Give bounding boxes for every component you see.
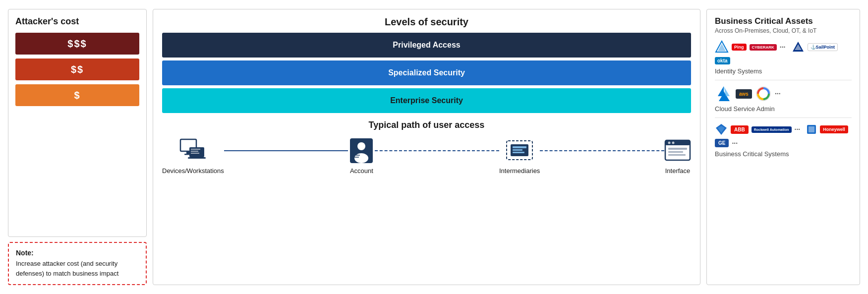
attacker-cost-box: Attacker's cost $$$ $$ $: [8, 9, 147, 237]
path-item-interface-label: Interface: [665, 167, 691, 175]
main-container: Attacker's cost $$$ $$ $ Note: Increase …: [0, 0, 868, 294]
svg-point-20: [668, 142, 671, 144]
left-panel: Attacker's cost $$$ $$ $ Note: Increase …: [8, 9, 147, 285]
honeywell-logo: Honeywell: [820, 125, 848, 133]
connector-2: [375, 150, 499, 151]
path-items: Devices/Workstations: [162, 137, 691, 175]
ot-vendor-icon: [806, 124, 817, 135]
security-bar-enterprise: Enterprise Security: [162, 88, 691, 113]
path-item-interface: Interface: [664, 137, 691, 175]
asset-group-bcs: ABB Rockwell Automation ··· Honeywell GE…: [715, 123, 852, 163]
path-item-devices: Devices/Workstations: [162, 137, 224, 175]
svg-rect-22: [668, 148, 687, 150]
rockwell-logo: Rockwell Automation: [752, 126, 792, 133]
svg-point-10: [354, 153, 368, 163]
svg-marker-26: [718, 44, 726, 51]
svg-rect-17: [513, 152, 524, 153]
gcp-icon: [755, 85, 772, 102]
path-item-intermediaries-label: Intermediaries: [499, 167, 540, 175]
attacker-cost-title: Attacker's cost: [15, 16, 139, 27]
cost-bars: $$$ $$ $: [15, 33, 139, 106]
path-section: Typical path of user access: [162, 120, 691, 175]
bcs-logos: ABB Rockwell Automation ··· Honeywell GE…: [715, 123, 852, 147]
identity-label: Identity Systems: [715, 67, 852, 75]
asset-group-identity: Ping CYBERARK ··· ⚓SailPoint okta Identi…: [715, 40, 852, 80]
ping-logo: Ping: [732, 44, 747, 51]
right-subtitle: Across On-Premises, Cloud, OT, & IoT: [715, 27, 852, 34]
interface-icon: [664, 137, 691, 164]
cost-bar-mid: $$: [15, 59, 139, 80]
sailpoint-logo: ⚓SailPoint: [808, 43, 838, 51]
svg-rect-24: [668, 154, 686, 156]
middle-panel-inner: Levels of security Privileged Access Spe…: [162, 16, 691, 278]
bcs-dots: ···: [795, 125, 801, 133]
connector-3: [540, 150, 664, 151]
note-text: Increase attacker cost (and security def…: [16, 259, 139, 278]
svg-point-9: [357, 142, 365, 150]
identity-logos: Ping CYBERARK ··· ⚓SailPoint okta: [715, 40, 852, 64]
cloud-logos: aws ···: [715, 85, 852, 102]
ot-gem-icon: [715, 123, 728, 136]
svg-rect-15: [513, 146, 526, 148]
right-title: Business Critical Assets: [715, 16, 852, 26]
svg-rect-35: [809, 126, 814, 132]
identity-dots: ···: [780, 43, 786, 51]
svg-rect-3: [189, 147, 204, 157]
bcs-label: Business Critical Systems: [715, 150, 852, 158]
svg-rect-23: [668, 151, 683, 153]
middle-panel: Levels of security Privileged Access Spe…: [153, 9, 700, 285]
svg-rect-16: [513, 149, 522, 151]
levels-section: Levels of security Privileged Access Spe…: [162, 16, 691, 113]
sailpoint-icon: [792, 41, 805, 54]
aws-logo: aws: [736, 89, 752, 99]
path-item-devices-label: Devices/Workstations: [162, 167, 224, 175]
devices-icon: [179, 137, 206, 164]
okta-logo: okta: [715, 57, 730, 64]
cost-bar-low: $: [15, 84, 139, 106]
cyberark-logo: CYBERARK: [750, 44, 777, 51]
connector-1: [224, 150, 348, 151]
security-bar-specialized: Specialized Security: [162, 60, 691, 85]
svg-rect-4: [188, 157, 206, 159]
path-item-intermediaries: Intermediaries: [499, 137, 540, 175]
asset-group-cloud: aws ··· Cloud Service Admin: [715, 85, 852, 118]
security-bars: Privileged Access Specialized Security E…: [162, 33, 691, 113]
note-box: Note: Increase attacker cost (and securi…: [8, 242, 147, 285]
abb-logo: ABB: [731, 125, 749, 134]
svg-point-21: [672, 142, 675, 144]
note-title: Note:: [16, 249, 139, 257]
cloud-label: Cloud Service Admin: [715, 105, 852, 113]
azure-icon: [715, 85, 733, 102]
path-title: Typical path of user access: [162, 120, 691, 130]
cost-bar-high: $$$: [15, 33, 139, 55]
cloud-dots: ···: [775, 90, 781, 98]
path-item-account-label: Account: [350, 167, 373, 175]
path-item-account: Account: [348, 137, 375, 175]
intermediaries-icon: [506, 137, 533, 164]
right-panel: Business Critical Assets Across On-Premi…: [706, 9, 860, 285]
ge-logo: GE: [715, 139, 729, 147]
security-bar-privileged: Privileged Access: [162, 33, 691, 58]
bcs-dots-2: ···: [732, 139, 738, 147]
azure-ad-icon: [715, 40, 729, 54]
account-icon: [348, 137, 375, 164]
levels-title: Levels of security: [162, 16, 691, 28]
